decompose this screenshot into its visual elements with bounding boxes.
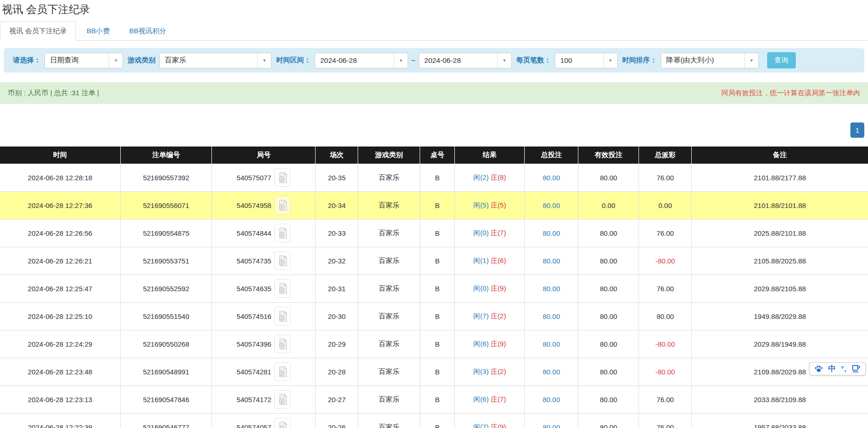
film-document-icon	[278, 172, 287, 183]
col-total-bet: 总投注	[525, 147, 578, 164]
remark-value: 2109.88/2029.88	[754, 368, 806, 376]
remark-cell: 2033.88/2109.88	[692, 385, 868, 413]
total-bet-link[interactable]: 80.00	[543, 423, 560, 428]
result-banker-value: 庄(9)	[490, 284, 506, 292]
video-replay-button[interactable]	[274, 362, 291, 381]
video-replay-button[interactable]	[274, 335, 291, 353]
film-document-icon	[278, 283, 287, 294]
bet-id-cell: 521690553751	[120, 247, 212, 275]
payout-cell: 76.00	[639, 413, 692, 428]
payout-cell: 76.00	[639, 385, 692, 413]
time-cell: 2024-06-28 12:26:21	[0, 247, 120, 275]
result-cell: 闲(0) 庄(9)	[455, 275, 525, 302]
bet-id-cell: 521690552592	[120, 275, 212, 302]
per-page-value: 100	[555, 56, 572, 65]
result-banker-value: 庄(7)	[490, 395, 506, 403]
total-bet-link[interactable]: 80.00	[543, 257, 560, 265]
chevron-down-icon: ▼	[394, 53, 408, 68]
col-valid-bet: 有效投注	[578, 147, 639, 164]
tab-bb-tips[interactable]: BB小费	[78, 22, 118, 40]
session-cell: 20-33	[316, 219, 358, 247]
valid-bet-cell: 80.00	[578, 219, 639, 247]
quote-icon[interactable]: °,	[841, 365, 847, 373]
table-row: 2024-06-28 12:26:21 521690553751 5405747…	[0, 247, 868, 275]
remark-cell: 2101.88/2177.88	[692, 164, 868, 191]
date-to-select[interactable]: 2024-06-28 ▼	[419, 53, 512, 68]
query-button[interactable]: 查询	[767, 52, 796, 68]
valid-bet-cell: 80.00	[578, 385, 639, 413]
game-type-cell: 百家乐	[358, 330, 420, 358]
time-cell: 2024-06-28 12:28:18	[0, 164, 120, 191]
game-type-cell: 百家乐	[358, 413, 420, 428]
total-bet-link[interactable]: 80.00	[543, 229, 560, 237]
query-type-select[interactable]: 日期查询 ▼	[44, 53, 123, 68]
total-bet-cell: 80.00	[525, 413, 578, 428]
remark-value: 1957.88/2033.88	[754, 423, 806, 428]
total-bet-cell: 80.00	[525, 191, 578, 219]
total-bet-link[interactable]: 80.00	[543, 285, 560, 293]
remark-cell: 2101.88/2101.88	[692, 191, 868, 219]
tab-video-betting-records[interactable]: 视讯 会员下注纪录	[0, 21, 76, 41]
bet-id-cell: 521690556071	[120, 191, 212, 219]
video-replay-button[interactable]	[274, 168, 291, 187]
video-replay-button[interactable]	[274, 224, 291, 242]
bet-id-cell: 521690546777	[120, 413, 212, 428]
translate-icon[interactable]: 中	[828, 365, 836, 373]
col-round-id: 局号	[212, 147, 316, 164]
time-cell: 2024-06-28 12:25:10	[0, 302, 120, 330]
table-no-cell: B	[420, 164, 455, 191]
film-document-icon	[278, 200, 287, 211]
date-from-select[interactable]: 2024-06-28 ▼	[315, 53, 408, 68]
game-type-cell: 百家乐	[358, 164, 420, 191]
result-player-value: 闲(3)	[473, 367, 489, 375]
round-id-cell: 540574281	[212, 358, 316, 385]
video-replay-button[interactable]	[274, 390, 291, 409]
total-bet-link[interactable]: 80.00	[543, 312, 560, 320]
game-type-cell: 百家乐	[358, 219, 420, 247]
selection-popup: 中 °,	[809, 362, 866, 375]
video-replay-button[interactable]	[274, 418, 291, 428]
remark-cell: 2029.88/1949.88	[692, 330, 868, 358]
bet-id-cell: 521690551540	[120, 302, 212, 330]
copy-cup-icon[interactable]	[852, 365, 861, 373]
table-body: 2024-06-28 12:28:18 521690557392 5405750…	[0, 164, 868, 428]
total-bet-cell: 80.00	[525, 247, 578, 275]
remark-value: 2029.88/2105.88	[754, 285, 806, 293]
page-1-button[interactable]: 1	[850, 122, 864, 138]
payout-cell: 80.00	[639, 302, 692, 330]
remark-value: 2101.88/2101.88	[754, 202, 806, 209]
total-bet-link[interactable]: 80.00	[543, 202, 560, 209]
table-no-cell: B	[420, 191, 455, 219]
remark-value: 2101.88/2177.88	[754, 174, 806, 182]
video-replay-button[interactable]	[274, 251, 291, 270]
remark-value: 2105.88/2025.88	[754, 257, 806, 265]
round-id-value: 540574735	[236, 257, 271, 265]
chevron-down-icon: ▼	[257, 53, 271, 68]
total-bet-link[interactable]: 80.00	[543, 174, 560, 182]
paw-icon[interactable]	[814, 365, 823, 373]
result-player-value: 闲(0)	[473, 284, 489, 292]
range-separator: ~	[411, 56, 415, 64]
result-cell: 闲(7) 庄(9)	[455, 413, 525, 428]
film-document-icon	[278, 394, 287, 405]
total-bet-link[interactable]: 80.00	[543, 368, 560, 376]
tab-bb-video-points[interactable]: BB视讯积分	[120, 22, 175, 40]
per-page-select[interactable]: 100 ▼	[555, 53, 618, 68]
date-to-value: 2024-06-28	[419, 56, 461, 65]
video-replay-button[interactable]	[274, 307, 291, 325]
game-type-select[interactable]: 百家乐 ▼	[159, 53, 272, 68]
total-bet-link[interactable]: 80.00	[543, 396, 560, 404]
round-id-value: 540574281	[236, 368, 271, 376]
valid-bet-cell: 80.00	[578, 330, 639, 358]
total-bet-link[interactable]: 80.00	[543, 340, 560, 348]
video-replay-button[interactable]	[274, 196, 291, 214]
time-sort-select[interactable]: 降幂(由大到小) ▼	[661, 53, 759, 68]
chevron-down-icon: ▼	[603, 53, 617, 68]
game-type-cell: 百家乐	[358, 358, 420, 385]
result-cell: 闲(7) 庄(2)	[455, 302, 525, 330]
col-game-type: 游戏类别	[358, 147, 420, 164]
video-replay-button[interactable]	[274, 279, 291, 298]
result-cell: 闲(0) 庄(7)	[455, 219, 525, 247]
result-banker-value: 庄(5)	[490, 201, 506, 209]
time-cell: 2024-06-28 12:23:13	[0, 385, 120, 413]
